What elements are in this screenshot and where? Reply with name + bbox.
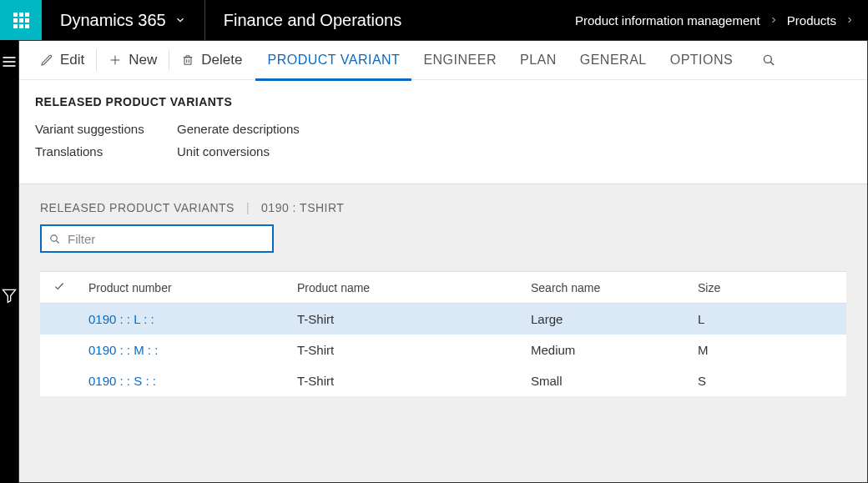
cell-product-name[interactable]: T-Shirt	[287, 335, 521, 365]
context-row: RELEASED PRODUCT VARIANTS | 0190 : TSHIR…	[40, 201, 846, 214]
quick-filter[interactable]	[40, 224, 274, 253]
cell-search-name[interactable]: Small	[521, 365, 688, 396]
chevron-right-icon	[769, 15, 779, 25]
table-row[interactable]: 0190 : : L : :T-ShirtLargeL	[40, 304, 846, 335]
table-row[interactable]: 0190 : : S : :T-ShirtSmallS	[40, 365, 846, 396]
cell-search-name[interactable]: Large	[521, 304, 688, 335]
search-icon	[761, 53, 776, 68]
svg-marker-3	[3, 289, 16, 302]
tab-options[interactable]: OPTIONS	[659, 40, 745, 80]
actionpane-search[interactable]	[761, 53, 776, 68]
link-unit-conversions[interactable]: Unit conversions	[177, 144, 344, 158]
row-selector[interactable]	[40, 304, 78, 335]
col-search-name[interactable]: Search name	[521, 272, 688, 304]
svg-point-10	[765, 55, 772, 63]
cell-product-name[interactable]: T-Shirt	[287, 365, 521, 396]
check-icon	[53, 281, 65, 294]
new-label: New	[129, 52, 157, 68]
grid: Product number Product name Search name …	[40, 271, 846, 396]
table-row[interactable]: 0190 : : M : :T-ShirtMediumM	[40, 335, 846, 365]
module-name[interactable]: Finance and Operations	[205, 0, 420, 40]
plus-icon	[108, 53, 122, 67]
svg-rect-6	[184, 57, 191, 64]
tab-product-variant[interactable]: PRODUCT VARIANT	[255, 40, 411, 80]
action-pane-tabs: PRODUCT VARIANT ENGINEER PLAN GENERAL OP…	[255, 40, 744, 80]
context-record: 0190 : TSHIRT	[261, 201, 344, 214]
module-label: Finance and Operations	[224, 11, 401, 30]
col-size[interactable]: Size	[688, 272, 846, 304]
svg-line-13	[56, 240, 58, 243]
main-content: Edit New Delete PRODUCT VARIANT ENGINEER…	[18, 40, 868, 483]
row-selector[interactable]	[40, 365, 78, 396]
cell-size[interactable]: M	[688, 335, 846, 365]
cell-product-name[interactable]: T-Shirt	[287, 304, 521, 335]
svg-point-12	[51, 234, 58, 241]
quick-filter-input[interactable]	[68, 232, 265, 246]
tab-plan[interactable]: PLAN	[508, 40, 568, 80]
app-launcher[interactable]	[0, 0, 42, 40]
divider	[96, 49, 97, 71]
breadcrumb: Product information management Products	[562, 0, 868, 40]
chevron-down-icon	[174, 11, 186, 30]
grid-header-row: Product number Product name Search name …	[40, 272, 846, 304]
col-product-number[interactable]: Product number	[78, 272, 287, 304]
waffle-icon	[13, 13, 29, 28]
filter-pane-toggle[interactable]	[0, 287, 18, 304]
link-translations[interactable]: Translations	[35, 144, 169, 158]
cell-product-number[interactable]: 0190 : : L : :	[78, 304, 287, 335]
cell-product-number[interactable]: 0190 : : S : :	[78, 365, 287, 396]
section-links: Variant suggestions Generate description…	[18, 113, 868, 184]
delete-label: Delete	[201, 52, 242, 68]
tab-engineer[interactable]: ENGINEER	[411, 40, 508, 80]
section-title: RELEASED PRODUCT VARIANTS	[35, 95, 851, 108]
pencil-icon	[40, 53, 53, 67]
top-nav: Dynamics 365 Finance and Operations Prod…	[0, 0, 868, 40]
cell-size[interactable]: L	[688, 304, 846, 335]
section-header: RELEASED PRODUCT VARIANTS	[18, 80, 868, 113]
divider	[169, 49, 169, 71]
breadcrumb-level1[interactable]: Product information management	[575, 13, 760, 28]
grid-area: RELEASED PRODUCT VARIANTS | 0190 : TSHIR…	[18, 184, 868, 483]
col-product-name[interactable]: Product name	[287, 272, 521, 304]
separator: |	[246, 201, 250, 214]
search-icon	[48, 233, 61, 245]
action-pane: Edit New Delete PRODUCT VARIANT ENGINEER…	[18, 40, 868, 80]
tab-general[interactable]: GENERAL	[568, 40, 659, 80]
app-name-dropdown[interactable]: Dynamics 365	[42, 0, 204, 40]
left-rail	[0, 40, 18, 483]
hamburger-menu[interactable]	[0, 53, 18, 70]
svg-line-11	[770, 62, 774, 65]
app-name: Dynamics 365	[60, 11, 166, 30]
breadcrumb-level2[interactable]: Products	[787, 13, 836, 28]
edit-button[interactable]: Edit	[30, 40, 94, 80]
cell-search-name[interactable]: Medium	[521, 335, 688, 365]
new-button[interactable]: New	[98, 40, 167, 80]
chevron-right-icon	[845, 15, 855, 25]
row-selector[interactable]	[40, 335, 78, 365]
cell-size[interactable]: S	[688, 365, 846, 396]
trash-icon	[181, 53, 194, 67]
edit-label: Edit	[60, 52, 84, 68]
link-generate-descriptions[interactable]: Generate descriptions	[177, 122, 344, 136]
cell-product-number[interactable]: 0190 : : M : :	[78, 335, 287, 365]
context-title: RELEASED PRODUCT VARIANTS	[40, 201, 235, 214]
delete-button[interactable]: Delete	[171, 40, 252, 80]
link-variant-suggestions[interactable]: Variant suggestions	[35, 122, 169, 136]
select-all-column[interactable]	[40, 272, 78, 304]
